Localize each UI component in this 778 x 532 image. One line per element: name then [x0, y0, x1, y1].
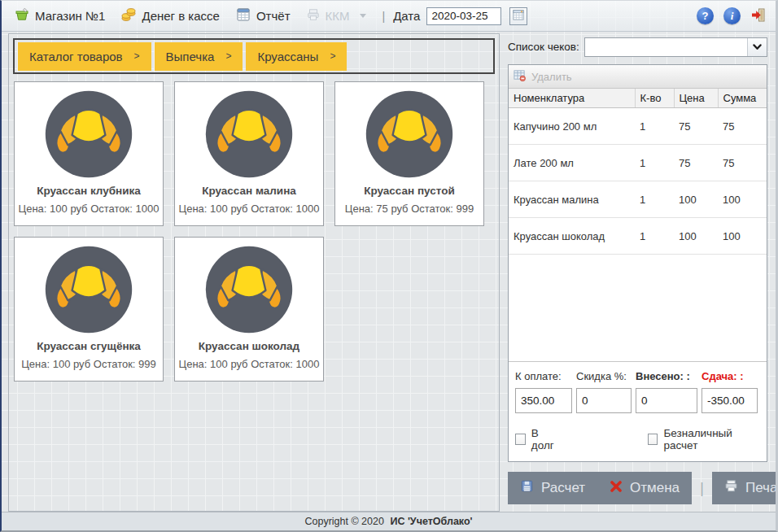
product-info: Цена: 75 руб Остаток: 999	[335, 203, 483, 215]
receipt-row[interactable]: Капучино 200 мл 1 75 75	[509, 108, 767, 145]
top-toolbar: Магазин №1 Денег в кассе Отчёт	[2, 1, 776, 32]
croissant-image	[363, 88, 456, 181]
store-icon	[15, 7, 29, 24]
croissant-image	[42, 88, 135, 181]
payment-section: К оплате: Скидка %: Внесено: : Сдача: : …	[509, 361, 767, 461]
discount-input[interactable]	[576, 388, 632, 413]
exit-icon[interactable]	[750, 7, 766, 25]
calc-button[interactable]: Расчет	[508, 472, 597, 504]
help-icon[interactable]: ?	[697, 7, 714, 24]
croissant-image	[42, 243, 135, 336]
cell-qty: 1	[635, 108, 674, 145]
chevron-down-icon[interactable]	[747, 38, 767, 56]
cancel-x-icon	[610, 480, 623, 497]
footer-copyright: Copyright © 2020	[304, 516, 383, 527]
cashless-checkbox[interactable]: Безналичный расчет	[648, 427, 760, 451]
breadcrumb-label: Выпечка	[166, 50, 215, 63]
breadcrumb-arrow-icon: >	[330, 50, 335, 62]
action-bar: Расчет Отмена | Печать	[508, 472, 767, 504]
catalog-panel: Каталог товаров > Выпечка > Круассаны > …	[8, 33, 500, 512]
product-card-chocolate[interactable]: Круассан шоколад Цена: 100 руб Остаток: …	[174, 237, 324, 382]
receipt-toolbar: Удалить	[509, 65, 767, 89]
breadcrumb: Каталог товаров > Выпечка > Круассаны >	[13, 38, 495, 74]
debt-checkbox[interactable]: В долг	[515, 427, 562, 451]
paid-label: Внесено: :	[636, 370, 697, 382]
delete-label: Удалить	[531, 71, 572, 83]
cell-price: 100	[674, 181, 718, 218]
to-pay-label: К оплате:	[515, 370, 572, 382]
kkm-label: ККМ	[326, 9, 350, 23]
receipt-list-select[interactable]	[584, 37, 767, 57]
product-info: Цена: 100 руб Остаток: 1000	[175, 358, 323, 370]
cancel-label: Отмена	[630, 480, 680, 496]
debt-label: В долг	[531, 427, 562, 451]
croissant-image	[203, 243, 295, 336]
report-button[interactable]: Отчёт	[231, 5, 295, 27]
receipt-row[interactable]: Лате 200 мл 1 75 75	[509, 145, 767, 181]
product-card-condensed-milk[interactable]: Круассан сгущёнка Цена: 100 руб Остаток:…	[14, 237, 164, 382]
kkm-button[interactable]: ККМ	[302, 6, 371, 26]
product-card-plain[interactable]: Круассан пустой Цена: 75 руб Остаток: 99…	[334, 81, 484, 226]
calendar-button[interactable]	[509, 7, 527, 25]
printer-icon	[724, 479, 738, 497]
payment-inputs	[515, 388, 760, 413]
cell-name: Круассан малина	[509, 181, 635, 218]
payment-labels: К оплате: Скидка %: Внесено: : Сдача: :	[515, 370, 760, 382]
calendar-icon	[513, 9, 524, 23]
info-icon[interactable]: i	[723, 7, 741, 24]
checkbox-icon[interactable]	[515, 434, 526, 445]
calc-label: Расчет	[541, 480, 585, 496]
column-sum: Сумма	[718, 89, 767, 108]
cell-qty: 1	[635, 145, 674, 181]
cancel-button[interactable]: Отмена	[597, 472, 692, 504]
report-icon	[236, 7, 251, 24]
product-card-strawberry[interactable]: Круассан клубника Цена: 100 руб Остаток:…	[14, 81, 164, 226]
croissant-image	[203, 88, 295, 181]
column-name: Номенклатура	[509, 89, 635, 108]
coins-icon	[121, 7, 136, 24]
product-name: Круассан клубника	[15, 185, 163, 197]
cell-qty: 1	[635, 218, 674, 255]
cell-name: Лате 200 мл	[509, 145, 635, 181]
delete-button[interactable]: Удалить	[514, 69, 572, 84]
cash-button[interactable]: Денег в кассе	[116, 5, 224, 27]
report-label: Отчёт	[256, 9, 291, 23]
cash-label: Денег в кассе	[142, 9, 219, 23]
store-button[interactable]: Магазин №1	[10, 5, 110, 27]
cell-sum: 100	[718, 181, 767, 218]
breadcrumb-item-bakery[interactable]: Выпечка >	[155, 42, 243, 71]
receipt-panel: Список чеков: Удалить	[508, 37, 767, 504]
receipt-row[interactable]: Круассан шоколад 1 100 100	[509, 218, 767, 255]
cell-price: 75	[674, 108, 718, 145]
breadcrumb-arrow-icon: >	[225, 50, 231, 62]
date-input[interactable]	[426, 7, 501, 25]
breadcrumb-item-catalog[interactable]: Каталог товаров >	[18, 42, 151, 71]
save-icon	[520, 479, 534, 497]
paid-input[interactable]	[636, 388, 697, 413]
actions-divider: |	[700, 479, 704, 497]
checkbox-icon[interactable]	[648, 434, 658, 445]
printer-icon	[307, 8, 320, 24]
print-label: Печать	[745, 480, 778, 496]
receipt-list-label: Список чеков:	[508, 41, 579, 53]
cell-sum: 75	[718, 145, 767, 181]
change-input[interactable]	[702, 388, 758, 413]
receipt-header-row: Номенклатура К-во Цена Сумма	[509, 89, 767, 108]
date-label: Дата	[393, 9, 420, 23]
footer-brand: ИС 'УчетОблако'	[390, 516, 472, 527]
cell-sum: 100	[718, 218, 767, 255]
change-label: Сдача: :	[702, 370, 758, 382]
print-button[interactable]: Печать	[712, 472, 778, 504]
caret-down-icon	[360, 14, 366, 18]
product-card-raspberry[interactable]: Круассан малина Цена: 100 руб Остаток: 1…	[174, 81, 324, 226]
breadcrumb-label: Круассаны	[257, 50, 318, 63]
toolbar-right-group: ? i	[697, 7, 766, 25]
receipt-table: Номенклатура К-во Цена Сумма Капучино 20…	[509, 89, 767, 255]
breadcrumb-item-croissants[interactable]: Круассаны >	[246, 42, 347, 71]
receipt-row[interactable]: Круассан малина 1 100 100	[509, 181, 767, 218]
to-pay-input[interactable]	[515, 388, 572, 413]
cell-sum: 75	[718, 108, 767, 145]
receipt-list-row: Список чеков:	[508, 37, 767, 57]
product-grid: Круассан клубника Цена: 100 руб Остаток:…	[9, 78, 499, 386]
cell-name: Капучино 200 мл	[509, 108, 635, 145]
